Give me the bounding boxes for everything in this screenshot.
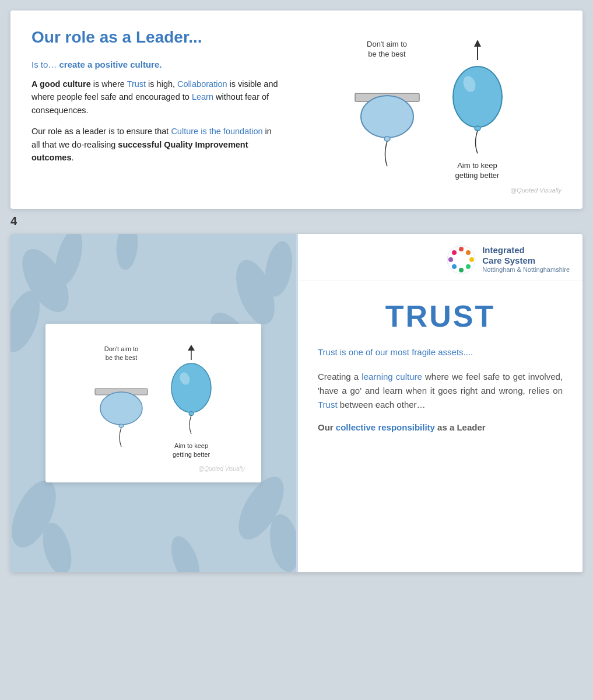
trust-para1: Trust is one of our most fragile assets.… [318,345,563,359]
slide-1-body2: Our role as a leader is to ensure that C… [31,125,282,164]
svg-point-18 [114,234,139,271]
inner-watermark: @Quoted Visually [62,466,245,472]
body1-learn: Learn [192,92,213,102]
trust-p3-end: as a Leader [435,422,486,432]
svg-point-29 [459,247,464,251]
svg-point-22 [119,424,124,428]
slide-2-body: TRUST Trust is one of our most fragile a… [298,281,583,572]
inner-balloon-left: Don't aim tobe the best [92,345,150,454]
svg-marker-24 [188,345,195,351]
arrow-up-svg [451,40,504,63]
body1-collab: Collaboration [177,79,227,89]
slide-1-title: Our role as a Leader... [31,28,282,47]
ics-text-block: IntegratedCare System Nottingham & Notti… [482,245,570,274]
slide-2-header: IntegratedCare System Nottingham & Notti… [298,234,583,281]
svg-point-33 [459,268,464,272]
balloon-left-col: Don't aim tobe the best [349,40,425,175]
subtitle-highlight: create a positive culture. [59,60,162,69]
slide-1-right: Don't aim tobe the best [294,28,562,197]
balloon-scene-1: Don't aim tobe the best [294,40,562,181]
svg-marker-4 [474,40,481,47]
body1-rest1: is where [91,79,127,89]
svg-point-1 [361,96,413,138]
svg-point-36 [452,250,457,255]
slide-1: Our role as a Leader... Is to… create a … [10,10,583,209]
svg-point-2 [384,136,390,141]
watermark-1: @Quoted Visually [510,187,562,194]
ics-subtitle: Nottingham & Nottinghamshire [482,266,570,274]
svg-point-30 [466,250,471,255]
inner-balloon-right: Aim to keepgetting better [168,345,215,459]
trust-para3: Our collective responsibility as a Leade… [318,422,563,432]
slide-1-body1: A good culture is where Trust is high, C… [31,78,282,117]
trust-p2-highlight: learning culture [362,372,422,382]
trust-p3-highlight: collective responsibility [336,422,435,432]
svg-point-25 [171,363,211,412]
slide-number: 4 [0,209,593,234]
balloon-scene-2: Don't aim tobe the best [62,345,245,459]
svg-point-27 [189,412,194,416]
svg-point-21 [100,392,142,425]
balloon-right-label: Aim to keepgetting better [455,161,500,181]
inner-arrow-up [171,345,212,361]
svg-point-34 [452,264,457,269]
inner-balloon-right-svg [168,361,215,437]
svg-point-7 [475,126,480,131]
balloon-right-col: Aim to keepgetting better [448,40,507,181]
body1-trust: Trust [127,79,146,89]
inner-balloon-left-label: Don't aim tobe the best [104,345,138,362]
ics-title: IntegratedCare System [482,245,570,266]
ics-logo-icon [446,244,476,275]
inner-card: Don't aim tobe the best [45,324,261,482]
trust-p2-prefix: Creating a [318,372,362,382]
inner-balloon-right-label: Aim to keepgetting better [173,442,210,459]
slide-2-right: IntegratedCare System Nottingham & Notti… [296,234,583,572]
svg-point-19 [166,533,205,572]
inner-balloon-left-svg [92,366,150,454]
body1-rest2: is high, [146,79,177,89]
body2-culture: Culture is the foundation [171,127,262,136]
balloon-left-svg [349,64,425,175]
body2-prefix: Our role as a leader is to ensure that [31,127,171,136]
body1-bold: A good culture [31,79,91,89]
balloon-right-svg [448,63,507,156]
trust-para2: Creating a learning culture where we fee… [318,370,563,412]
svg-point-32 [466,264,471,269]
subtitle-prefix: Is to… [31,60,59,69]
slide-1-left: Our role as a Leader... Is to… create a … [31,28,282,197]
trust-p2-trust: Trust [318,400,338,410]
svg-point-31 [469,257,474,262]
slide-2: Don't aim tobe the best [10,234,583,572]
trust-heading: TRUST [318,299,563,334]
slide-2-left: Don't aim tobe the best [10,234,296,572]
svg-point-35 [448,257,453,262]
svg-point-5 [453,66,502,127]
slide-1-subtitle: Is to… create a positive culture. [31,60,282,69]
body2-end: . [72,153,74,162]
trust-p2-end: between each other… [338,400,426,410]
trust-p3-prefix: Our [318,422,336,432]
balloon-left-label: Don't aim tobe the best [367,40,407,60]
